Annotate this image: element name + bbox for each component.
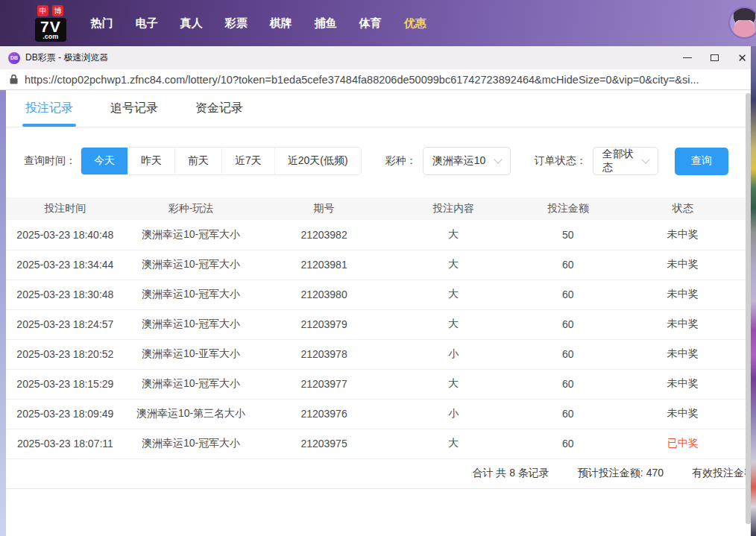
time-filter-option[interactable]: 近20天(低频) [274, 148, 361, 174]
column-header: 投注金额 [516, 198, 620, 220]
bet-time: 2025-03-23 18:24:57 [6, 309, 125, 339]
records-tab[interactable]: 追号记录 [110, 90, 158, 127]
site-logo[interactable]: 申 博 7V .com [35, 5, 66, 42]
page-area: 投注记录 追号记录 资金记录 查询时间： 今天 昨天 前天 近7天 近20天(低… [0, 90, 756, 536]
bet-issue: 21203981 [257, 250, 391, 280]
browser-titlebar: DB DB彩票 - 极速浏览器 ✕ [0, 46, 756, 69]
table-body: 2025-03-23 18:40:48 澳洲幸运10-冠军大小 21203982… [6, 220, 746, 458]
browser-app-icon: DB [8, 52, 20, 64]
chevron-down-icon [494, 155, 502, 163]
column-header: 彩种-玩法 [125, 198, 258, 220]
bet-game: 澳洲幸运10-第三名大小 [125, 399, 258, 429]
table-row: 2025-03-23 18:07:11 澳洲幸运10-冠军大小 21203975… [6, 429, 746, 458]
bet-status: 未中奖 [620, 339, 746, 369]
nav-item[interactable]: 棋牌 [259, 16, 303, 31]
nav-item[interactable]: 彩票 [214, 16, 259, 31]
window-controls: ✕ [673, 46, 756, 69]
table-row: 2025-03-23 18:20:52 澳洲幸运10-亚军大小 21203978… [6, 339, 746, 369]
user-avatar[interactable] [728, 7, 756, 39]
nav-item[interactable]: 捕鱼 [303, 16, 348, 31]
bet-time: 2025-03-23 18:20:52 [6, 339, 125, 369]
minimize-button[interactable] [673, 46, 701, 69]
bet-status: 已中奖 [620, 429, 746, 458]
time-filter-option[interactable]: 近7天 [221, 148, 274, 174]
column-header: 状态 [620, 198, 746, 220]
time-filter-option[interactable]: 今天 [81, 148, 127, 174]
table-row: 2025-03-23 18:40:48 澳洲幸运10-冠军大小 21203982… [6, 220, 746, 250]
maximize-icon [711, 54, 719, 61]
bet-time: 2025-03-23 18:09:49 [6, 399, 125, 429]
lock-icon [10, 75, 18, 84]
background-window-sliver [751, 46, 756, 536]
table-row: 2025-03-23 18:34:44 澳洲幸运10-冠军大小 21203981… [6, 250, 746, 280]
bet-amount: 60 [516, 339, 620, 369]
bet-amount: 50 [516, 220, 620, 250]
summary-count: 合计 共 8 条记录 [472, 467, 549, 480]
bet-game: 澳洲幸运10-冠军大小 [125, 250, 258, 280]
search-button[interactable]: 查询 [675, 148, 728, 175]
nav-item[interactable]: 优惠 [393, 16, 438, 31]
close-icon: ✕ [737, 52, 747, 63]
bet-issue: 21203977 [257, 369, 391, 399]
nav-item[interactable]: 真人 [169, 16, 214, 31]
records-tab[interactable]: 投注记录 [25, 90, 73, 127]
bet-game: 澳洲幸运10-亚军大小 [125, 339, 258, 369]
order-status-select[interactable]: 全部状态 [593, 147, 658, 175]
lottery-filter-label: 彩种： [385, 154, 417, 168]
column-header: 投注时间 [6, 198, 125, 220]
main-nav: 热门 电子 真人 彩票 棋牌 捕鱼 体育 优惠 [80, 16, 438, 31]
column-header: 投注内容 [391, 198, 517, 220]
bet-content: 大 [391, 280, 517, 309]
summary-valid-amount: 有效投注金额 [692, 467, 746, 480]
bet-issue: 21203980 [257, 280, 391, 309]
bet-content: 大 [391, 220, 517, 250]
nav-item[interactable]: 热门 [80, 16, 125, 31]
bet-game: 澳洲幸运10-冠军大小 [125, 309, 258, 339]
records-tabs: 投注记录 追号记录 资金记录 [6, 90, 746, 127]
time-filter-option[interactable]: 昨天 [127, 148, 174, 174]
bet-issue: 21203979 [257, 309, 391, 339]
table-row: 2025-03-23 18:09:49 澳洲幸运10-第三名大小 2120397… [6, 399, 746, 429]
bet-time: 2025-03-23 18:40:48 [6, 220, 125, 250]
bet-issue: 21203976 [257, 399, 391, 429]
bet-amount: 60 [516, 280, 620, 309]
bet-game: 澳洲幸运10-冠军大小 [125, 369, 258, 399]
page-background-strip [0, 90, 6, 536]
bet-content: 大 [391, 309, 517, 339]
bet-issue: 21203978 [257, 339, 391, 369]
bet-amount: 60 [516, 429, 620, 458]
logo-badge-bo: 博 [52, 5, 63, 16]
bet-amount: 60 [516, 250, 620, 280]
bet-time: 2025-03-23 18:07:11 [6, 429, 125, 458]
time-filter-option[interactable]: 前天 [174, 148, 221, 174]
table-header: 投注时间 彩种-玩法 期号 投注内容 投注金额 状态 [6, 198, 746, 220]
nav-item[interactable]: 体育 [348, 16, 393, 31]
table-row: 2025-03-23 18:15:29 澳洲幸运10-冠军大小 21203977… [6, 369, 746, 399]
vertical-scrollbar[interactable] [746, 93, 751, 524]
logo-badges: 申 博 [37, 5, 63, 16]
lottery-select[interactable]: 澳洲幸运10 [423, 147, 511, 175]
summary-row: 合计 共 8 条记录 预计投注金额: 470 有效投注金额 [6, 459, 746, 489]
records-tab[interactable]: 资金记录 [195, 90, 243, 127]
nav-item[interactable]: 电子 [125, 16, 169, 31]
address-bar[interactable]: https://ctop02pchwp1.zfnc84.com/lottery/… [0, 69, 756, 90]
bet-content: 大 [391, 250, 517, 280]
bet-issue: 21203982 [257, 220, 391, 250]
summary-expected-amount: 预计投注金额: 470 [578, 467, 664, 480]
order-status-value: 全部状态 [602, 148, 643, 174]
minimize-icon [683, 57, 692, 58]
bet-status: 未中奖 [620, 250, 746, 280]
status-filter-label: 订单状态： [535, 154, 587, 168]
bet-time: 2025-03-23 18:30:48 [6, 280, 125, 309]
bet-content: 小 [391, 339, 517, 369]
column-header: 期号 [257, 198, 391, 220]
table-row: 2025-03-23 18:30:48 澳洲幸运10-冠军大小 21203980… [6, 280, 746, 309]
bet-status: 未中奖 [620, 280, 746, 309]
bet-amount: 60 [516, 369, 620, 399]
bet-status: 未中奖 [620, 399, 746, 429]
site-header: 申 博 7V .com 热门 电子 真人 彩票 棋牌 捕鱼 体育 优惠 [0, 0, 756, 46]
bet-game: 澳洲幸运10-冠军大小 [125, 280, 258, 309]
time-filter-group: 今天 昨天 前天 近7天 近20天(低频) [81, 147, 362, 175]
records-panel: 投注记录 追号记录 资金记录 查询时间： 今天 昨天 前天 近7天 近20天(低… [6, 90, 746, 536]
maximize-button[interactable] [701, 46, 728, 69]
